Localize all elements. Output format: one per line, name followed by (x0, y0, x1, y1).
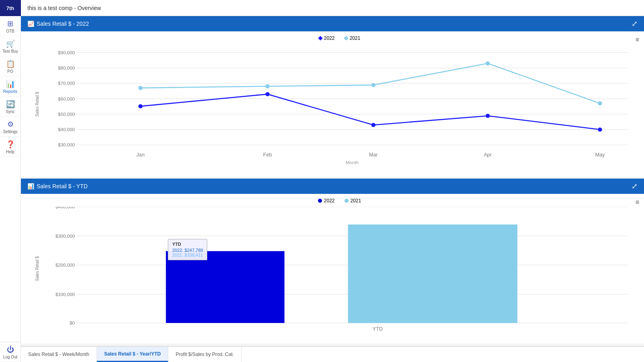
sidebar-label-sync: Sync (6, 109, 14, 114)
line-chart-y-axis-label: Sales Retail $ (35, 92, 39, 117)
bar-chart-section: 📊 Sales Retail $ - YTD ⤢ ≡ 2022 2021 (21, 179, 644, 343)
bar-chart-legend: 2022 2021 (43, 198, 636, 204)
bar-2022 (166, 251, 285, 323)
bar-legend-label-2021: 2021 (351, 198, 361, 204)
bar-chart-expand-button[interactable]: ⤢ (632, 182, 638, 191)
sidebar-label-po: PO (7, 69, 13, 74)
bar-chart-y-axis-label: Sales Retail $ (35, 256, 39, 281)
bar-legend-2022: 2022 (318, 198, 335, 204)
sidebar-item-help[interactable]: ❓ Help (0, 137, 21, 157)
svg-text:$60,000: $60,000 (58, 97, 75, 101)
sidebar-label-reports: Reports (3, 89, 17, 94)
sidebar-label-logout: Log Out (3, 355, 18, 359)
bar-legend-label-2022: 2022 (324, 198, 335, 204)
sidebar-item-otb[interactable]: ⊞ OTB (0, 16, 21, 36)
line-chart-svg: $90,000 $80,000 $70,000 $60,000 $50,000 … (43, 44, 636, 165)
svg-text:$90,000: $90,000 (58, 50, 75, 55)
bar-2021 (348, 224, 518, 323)
svg-text:$50,000: $50,000 (58, 112, 75, 117)
bar-chart-svg-container: $400,000 $300,000 $200,000 $100,000 $0 Y… (43, 207, 636, 331)
svg-text:Month: Month (346, 160, 359, 165)
sidebar-item-settings[interactable]: ⚙ Settings (0, 117, 21, 137)
legend-dot-2022 (318, 36, 322, 40)
sidebar-label-otb: OTB (6, 29, 14, 33)
legend-label-2022: 2022 (324, 35, 335, 41)
svg-text:$0: $0 (70, 321, 75, 325)
app-logo: 7th (0, 0, 21, 16)
dot-2021-jan (138, 86, 143, 90)
svg-text:$300,000: $300,000 (56, 234, 75, 239)
sidebar-item-logout[interactable]: ⏻ Log Out (0, 342, 21, 362)
line-chart-menu-button[interactable]: ≡ (635, 35, 640, 44)
charts-area: 📈 Sales Retail $ - 2022 ⤢ ≡ 2022 2021 (21, 16, 644, 346)
sidebar-item-po[interactable]: 📋 PO (0, 56, 21, 76)
line-chart-svg-container: $90,000 $80,000 $70,000 $60,000 $50,000 … (43, 44, 636, 165)
tab-profit[interactable]: Profit $/Sales by Prod. Cat. (168, 347, 242, 362)
svg-text:$80,000: $80,000 (58, 66, 75, 70)
line-chart-expand-button[interactable]: ⤢ (632, 19, 638, 28)
sidebar-label-test-buy: Test Buy (2, 49, 18, 53)
dot-2021-apr (485, 61, 490, 65)
dot-2022-jan (138, 104, 143, 108)
sync-icon: 🔄 (6, 100, 15, 109)
svg-text:Jan: Jan (136, 152, 144, 158)
dot-2021-feb (265, 84, 270, 88)
sidebar-item-reports[interactable]: 📊 Reports (0, 76, 21, 97)
po-icon: 📋 (6, 60, 15, 68)
svg-text:$70,000: $70,000 (58, 81, 75, 86)
sidebar: 7th ⊞ OTB 🛒 Test Buy 📋 PO 📊 Reports 🔄 Sy… (0, 0, 21, 362)
line-chart-legend: 2022 2021 (43, 35, 636, 41)
svg-text:May: May (595, 152, 605, 158)
help-icon: ❓ (6, 140, 15, 149)
line-chart-header: 📈 Sales Retail $ - 2022 ⤢ (21, 16, 644, 31)
test-buy-icon: 🛒 (6, 39, 15, 48)
tab-year-ytd[interactable]: Sales Retail $ - Year/YTD (97, 347, 169, 362)
svg-text:$100,000: $100,000 (56, 292, 75, 297)
page-title: this is a test comp - Overview (27, 5, 101, 11)
bar-legend-dot-2021 (345, 199, 349, 203)
bottom-tabs: Sales Retail $ - Week/Month Sales Retail… (21, 346, 644, 362)
svg-text:$30,000: $30,000 (58, 143, 75, 148)
legend-dot-2021 (344, 36, 348, 40)
line-2022 (140, 94, 600, 130)
dot-2022-mar (371, 123, 376, 127)
line-chart-title: Sales Retail $ - 2022 (37, 21, 89, 27)
svg-text:Feb: Feb (263, 152, 272, 158)
legend-2022: 2022 (319, 35, 335, 41)
reports-icon: 📊 (6, 80, 15, 88)
otb-icon: ⊞ (7, 19, 13, 28)
settings-icon: ⚙ (7, 120, 14, 129)
bar-chart-header: 📊 Sales Retail $ - YTD ⤢ (21, 179, 644, 194)
svg-text:$40,000: $40,000 (58, 127, 75, 132)
line-chart-body: ≡ 2022 2021 (21, 31, 644, 177)
legend-2021: 2021 (345, 35, 361, 41)
legend-label-2021: 2021 (350, 35, 361, 41)
svg-text:Mar: Mar (369, 152, 378, 158)
bar-chart-icon: 📊 (27, 183, 34, 189)
dot-2021-may (598, 101, 602, 105)
sidebar-label-help: Help (6, 150, 14, 154)
line-chart-section: 📈 Sales Retail $ - 2022 ⤢ ≡ 2022 2021 (21, 16, 644, 177)
sidebar-item-test-buy[interactable]: 🛒 Test Buy (0, 36, 21, 56)
bar-legend-dot-2022 (318, 199, 322, 203)
sidebar-item-sync[interactable]: 🔄 Sync (0, 97, 21, 117)
line-chart-icon: 📈 (27, 21, 34, 27)
top-header: this is a test comp - Overview (21, 0, 644, 16)
svg-text:YTD: YTD (373, 326, 383, 331)
bar-chart-body: ≡ 2022 2021 (21, 194, 644, 343)
bar-chart-menu-button[interactable]: ≡ (635, 198, 640, 207)
dot-2021-mar (371, 83, 376, 87)
bar-legend-2021: 2021 (345, 198, 361, 204)
dot-2022-feb (265, 92, 270, 96)
svg-text:$400,000: $400,000 (56, 207, 75, 209)
logout-icon: ⏻ (7, 346, 14, 354)
sidebar-label-settings: Settings (3, 130, 17, 134)
main-content: this is a test comp - Overview 📈 Sales R… (21, 0, 644, 362)
tab-week-month[interactable]: Sales Retail $ - Week/Month (21, 347, 97, 362)
svg-text:Apr: Apr (484, 152, 492, 158)
dot-2022-apr (485, 114, 490, 118)
bar-chart-svg: $400,000 $300,000 $200,000 $100,000 $0 Y… (43, 207, 636, 331)
bar-chart-title: Sales Retail $ - YTD (37, 183, 88, 189)
dot-2022-may (598, 128, 602, 132)
svg-text:$200,000: $200,000 (56, 263, 75, 267)
